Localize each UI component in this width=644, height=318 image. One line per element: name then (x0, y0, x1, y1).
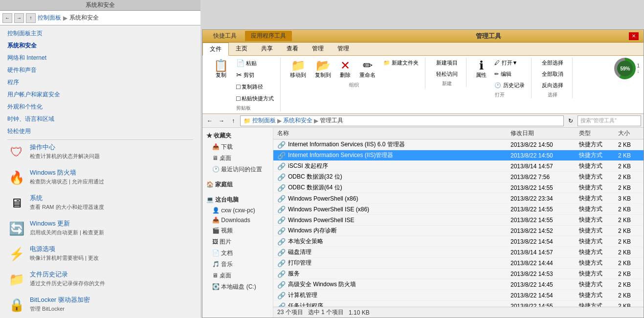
forward-nav-button[interactable]: → (217, 116, 226, 126)
windows-update-title[interactable]: Windows 更新 (30, 219, 104, 228)
ribbon-select: 全部选择 全部取消 反向选择 选择 (533, 58, 573, 98)
easy-access-button[interactable]: 轻松访问 (434, 69, 460, 79)
sidebar-item-downloads[interactable]: 📥 下载 (202, 141, 273, 153)
bitlocker-icon: 🔒 (7, 295, 26, 314)
file-row[interactable]: 🔗ODBC 数据源(64 位) 2013/8/22 14:55 快捷方式 2 K… (273, 182, 644, 193)
copy-path-button[interactable]: □ 复制路径 (234, 81, 276, 92)
up-nav-button[interactable]: ↑ (228, 116, 238, 126)
file-row[interactable]: 🔗计算机管理 2013/8/22 14:54 快捷方式 2 KB (273, 290, 644, 301)
tab-file[interactable]: 文件 (202, 43, 229, 56)
search-placeholder: 搜索"管理工具" (580, 117, 617, 124)
sidebar-item-recent[interactable]: 🕐 最近访问的位置 (202, 164, 273, 175)
file-row[interactable]: 🔗本地安全策略 2013/8/22 14:54 快捷方式 2 KB (273, 236, 644, 247)
nav-ease[interactable]: 轻松使用 (7, 127, 193, 136)
file-row-selected[interactable]: 🔗Internet Information Services (IIS)管理器 … (273, 150, 644, 161)
rename-button[interactable]: ✏ 重命名 (356, 58, 379, 81)
power-desc: 映像计算机时需要密码 | 更改 (30, 254, 99, 262)
bitlocker-desc: 管理 BitLocker (30, 305, 90, 313)
tab-manage1[interactable]: 管理 (305, 43, 331, 55)
file-row[interactable]: 🔗iSCSI 发起程序 2013/8/14 14:57 快捷方式 2 KB (273, 161, 644, 172)
delete-button[interactable]: ✕ 删除 (336, 58, 354, 81)
col-name[interactable]: 名称 (273, 129, 507, 137)
this-pc-header[interactable]: 💻 这台电脑 (202, 194, 273, 205)
progress-circle: 59% (614, 58, 636, 79)
action-center-title[interactable]: 操作中心 (30, 143, 100, 152)
col-size[interactable]: 大小 (614, 129, 644, 137)
file-row[interactable]: 🔗服务 2013/8/22 14:53 快捷方式 2 KB (273, 269, 644, 279)
file-row[interactable]: 🔗任务计划程序 2013/8/22 14:55 快捷方式 2 KB (273, 301, 644, 307)
sidebar-item-documents[interactable]: 📄 文档 (202, 248, 273, 259)
sidebar-item-user[interactable]: 👤 cxw (cxw-pc) (202, 205, 273, 215)
ribbon-title: 管理工具 (348, 32, 629, 41)
paste-shortcut-button[interactable]: □ 粘贴快捷方式 (234, 93, 276, 104)
up-button[interactable]: ↑ (26, 13, 36, 23)
action-center-icon: 🛡 (7, 143, 26, 161)
homegroup-header[interactable]: 🏠 家庭组 (202, 179, 273, 190)
sidebar-item-pictures[interactable]: 🖼 图片 (202, 236, 273, 248)
file-row[interactable]: 🔗Windows PowerShell (x86) 2013/8/22 23:3… (273, 193, 644, 204)
nav-programs[interactable]: 程序 (7, 78, 193, 87)
move-to-button[interactable]: 📁 移动到 (287, 58, 310, 81)
bitlocker-title[interactable]: BitLocker 驱动器加密 (30, 295, 90, 304)
search-bar[interactable]: 搜索"管理工具" (577, 115, 641, 126)
tab-view[interactable]: 查看 (280, 43, 305, 55)
close-window-button[interactable]: ✕ (629, 32, 639, 40)
file-row[interactable]: 🔗高级安全 Windows 防火墙 2013/8/22 14:45 快捷方式 2… (273, 279, 644, 290)
nav-network[interactable]: 网络和 Internet (7, 54, 193, 62)
firewall-title[interactable]: Windows 防火墙 (30, 168, 104, 177)
col-date[interactable]: 修改日期 (507, 129, 575, 137)
sidebar-item-music[interactable]: 🎵 音乐 (202, 259, 273, 270)
select-all-button[interactable]: 全部选择 (539, 58, 566, 68)
super-tab-app[interactable]: 应用程序工具 (245, 31, 292, 41)
system-title[interactable]: 系统 (30, 194, 104, 203)
section-bitlocker: 🔒 BitLocker 驱动器加密 管理 BitLocker (7, 295, 193, 314)
section-system: 🖥 系统 查看 RAM 的大小和处理器速度 (7, 194, 193, 212)
file-row[interactable]: 🔗Windows PowerShell ISE 2013/8/22 14:55 … (273, 215, 644, 226)
file-row[interactable]: 🔗Internet Information Services (IIS) 6.0… (273, 139, 644, 150)
forward-button[interactable]: → (14, 13, 24, 23)
edit-button[interactable]: ✏ 编辑 (492, 69, 527, 79)
new-folder-button[interactable]: 📁 新建文件夹 (381, 58, 421, 68)
back-nav-button[interactable]: ← (205, 116, 215, 126)
properties-button[interactable]: ℹ 属性 (472, 58, 490, 91)
copy-to-button[interactable]: 📂 复制到 (311, 58, 334, 81)
history-button[interactable]: 🕐 历史记录 (492, 80, 527, 91)
open-button[interactable]: 🖊 打开▼ (492, 58, 527, 68)
favorites-header[interactable]: ★ 收藏夹 (202, 130, 273, 141)
nav-clock-lang[interactable]: 时钟、语言和区域 (7, 115, 193, 123)
file-row[interactable]: 🔗Windows 内存诊断 2013/8/22 14:52 快捷方式 2 KB (273, 226, 644, 236)
file-row[interactable]: 🔗ODBC 数据源(32 位) 2013/8/22 7:56 快捷方式 2 KB (273, 172, 644, 182)
file-row[interactable]: 🔗Windows PowerShell ISE (x86) 2013/8/22 … (273, 204, 644, 215)
paste-button[interactable]: 📄 粘贴 (234, 58, 276, 68)
file-list-header: 名称 修改日期 类型 大小 (273, 128, 644, 139)
power-title[interactable]: 电源选项 (30, 245, 99, 253)
copy-button[interactable]: 📋 复制 (210, 58, 232, 104)
sidebar-item-desktop1[interactable]: 🖥 桌面 (202, 153, 273, 164)
sidebar-item-desktop2[interactable]: 🖥 桌面 (202, 270, 273, 281)
file-row[interactable]: 🔗磁盘清理 2013/8/14 14:57 快捷方式 2 KB (273, 247, 644, 258)
refresh-button[interactable]: ↻ (566, 116, 576, 126)
nav-home[interactable]: 控制面板主页 (7, 29, 193, 38)
col-type[interactable]: 类型 (575, 129, 614, 137)
file-history-title[interactable]: 文件历史记录 (30, 270, 105, 279)
super-tab-quick[interactable]: 快捷工具 (207, 31, 243, 41)
nav-user-accounts[interactable]: 用户帐户和家庭安全 (7, 91, 193, 99)
sidebar-item-videos[interactable]: 🎬 视频 (202, 225, 273, 236)
select-none-button[interactable]: 全部取消 (539, 69, 566, 79)
section-windows-update: 🔄 Windows 更新 启用或关闭自动更新 | 检查更新 (7, 219, 193, 238)
tab-home[interactable]: 主页 (229, 43, 254, 55)
tab-share[interactable]: 共享 (254, 43, 280, 55)
nav-hardware[interactable]: 硬件和声音 (7, 66, 193, 74)
new-item-button[interactable]: 新建项目 (434, 58, 460, 68)
sidebar-item-downloads-pc[interactable]: 📥 Downloads (202, 215, 273, 225)
cp-main: 控制面板主页 系统和安全 网络和 Internet 硬件和声音 程序 用户帐户和… (0, 25, 200, 318)
file-row[interactable]: 🔗打印管理 2013/8/22 14:44 快捷方式 2 KB (273, 258, 644, 269)
back-button[interactable]: ← (2, 13, 12, 23)
ribbon-main-tabs: 文件 主页 共享 查看 管理 管理 (202, 43, 644, 56)
tab-manage2[interactable]: 管理 (331, 43, 356, 55)
nav-system-security[interactable]: 系统和安全 (7, 42, 193, 50)
nav-appearance[interactable]: 外观和个性化 (7, 103, 193, 111)
invert-selection-button[interactable]: 反向选择 (539, 80, 566, 91)
sidebar-item-local-disk[interactable]: 💽 本地磁盘 (C:) (202, 281, 273, 293)
cut-button[interactable]: ✂ 剪切 (234, 69, 276, 80)
